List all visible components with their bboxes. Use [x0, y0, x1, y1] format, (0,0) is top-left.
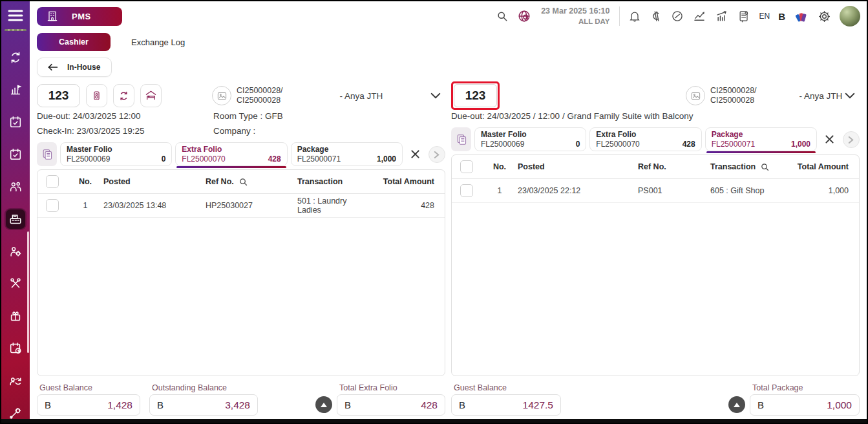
user-avatar[interactable]	[840, 6, 860, 26]
company-text: Company :	[213, 126, 255, 136]
transactions-table: No. Posted Ref No. Transaction Total Amo…	[37, 169, 445, 376]
currency-selector[interactable]: B	[778, 11, 785, 22]
guest-balance-field: Guest Balance B1,428	[37, 383, 140, 416]
table-header-row: No. Posted Ref No. Transaction Total Amo…	[37, 170, 445, 194]
window-bottom-edge	[1, 419, 867, 423]
gauge-slash-icon[interactable]	[671, 10, 684, 23]
close-icon[interactable]	[406, 142, 425, 166]
select-all-checkbox[interactable]	[460, 160, 473, 173]
right-folio-panel: 123 CI25000028/ CI25000028 - Anya JTH	[451, 83, 860, 418]
notifications-bell-icon[interactable]	[628, 10, 641, 23]
col-posted: Posted	[518, 162, 638, 171]
hotel-thumbnail[interactable]	[5, 29, 26, 31]
close-icon[interactable]	[820, 127, 840, 151]
settings-gear-icon[interactable]	[818, 10, 831, 23]
language-selector[interactable]: EN	[759, 12, 770, 21]
calendar-clock-icon[interactable]	[6, 339, 25, 358]
date-time: 23 Mar 2025 16:10	[541, 6, 609, 17]
folio-tab-package[interactable]: Package FL250000711,000	[291, 142, 403, 166]
col-total-amount: Total Amount	[780, 162, 859, 171]
guest-photo-placeholder-icon[interactable]	[686, 86, 705, 105]
cashier-icon[interactable]	[6, 209, 25, 229]
search-icon[interactable]	[496, 10, 509, 23]
chevron-right-icon[interactable]	[843, 131, 860, 148]
sidebar-scrollbar[interactable]	[27, 231, 29, 353]
folio-tab-extra[interactable]: Extra Folio FL25000070428	[589, 127, 701, 151]
staff-gear-icon[interactable]	[6, 242, 25, 261]
folio-tab-bar: Master Folio FL250000690 Extra Folio FL2…	[37, 140, 445, 166]
due-out-text: Due-out: 24/03/2025 12:00	[37, 111, 213, 121]
hamburger-menu-icon[interactable]	[7, 8, 24, 23]
search-icon[interactable]	[238, 177, 248, 187]
folio-tab-extra[interactable]: Extra Folio FL25000070428	[175, 142, 287, 166]
tab-exchange-log[interactable]: Exchange Log	[131, 37, 185, 47]
folio-tab-bar: Master Folio FL250000690 Extra Folio FL2…	[451, 125, 860, 151]
col-ref: Ref No.	[638, 162, 710, 171]
select-all-checkbox[interactable]	[46, 175, 59, 188]
outstanding-balance-field: Outstanding Balance B3,428	[149, 383, 258, 416]
col-no: No.	[482, 162, 518, 171]
arrow-left-icon	[47, 63, 58, 72]
row-checkbox[interactable]	[460, 184, 473, 197]
due-out-text: Due-out: 24/03/2025 / 12:00 / Grand Fami…	[451, 111, 693, 121]
currency-exchange-icon[interactable]	[650, 10, 662, 23]
in-house-label: In-House	[67, 63, 100, 72]
collapse-up-button[interactable]	[315, 396, 332, 413]
sidebar	[1, 1, 30, 423]
pms-button[interactable]: PMS	[37, 7, 122, 26]
col-total-amount: Total Amount	[366, 177, 445, 186]
room-number-box[interactable]: 123	[454, 84, 497, 107]
chevron-down-icon[interactable]	[844, 92, 856, 100]
col-transaction: Transaction	[710, 162, 756, 171]
calendar-check-icon-2[interactable]	[6, 145, 25, 164]
copy-folio-icon[interactable]	[451, 127, 471, 151]
module-tabs: Cashier Exchange Log	[37, 33, 867, 51]
gift-icon[interactable]	[6, 306, 25, 326]
line-chart-icon[interactable]	[692, 10, 706, 23]
col-no: No.	[67, 177, 103, 186]
hotel-icon	[46, 10, 59, 23]
room-bed-icon[interactable]	[140, 84, 162, 107]
total-package-field: Total Package B1,000	[750, 383, 860, 416]
guest-photo-placeholder-icon[interactable]	[212, 86, 231, 105]
theme-palette-icon[interactable]	[794, 9, 809, 23]
table-row[interactable]: 1 23/03/2025 22:12 PS001 605 : Gift Shop…	[452, 179, 859, 203]
refresh-room-icon[interactable]	[113, 84, 134, 107]
folio-tab-package[interactable]: Package FL250000711,000	[705, 127, 817, 151]
app-window: PMS 23 Mar 2025 16:10 ALL DAY	[0, 0, 868, 424]
bar-chart-icon[interactable]	[715, 10, 729, 23]
collapse-up-button[interactable]	[728, 396, 745, 413]
tab-cashier[interactable]: Cashier	[37, 33, 111, 51]
balance-footer: Guest Balance B1427.5 Total Package B1,0…	[451, 380, 860, 418]
balance-footer: Guest Balance B1,428 Outstanding Balance…	[37, 380, 445, 418]
sync-icon[interactable]	[6, 48, 25, 67]
keycard-icon[interactable]	[86, 84, 107, 107]
search-icon[interactable]	[760, 162, 770, 172]
folio-tab-master[interactable]: Master Folio FL250000690	[60, 142, 172, 166]
left-folio-panel: 123 CI25000028/	[37, 83, 445, 418]
calendar-check-icon[interactable]	[6, 112, 25, 132]
statistics-icon[interactable]	[6, 80, 25, 100]
row-checkbox[interactable]	[46, 199, 59, 212]
chevron-down-icon[interactable]	[430, 92, 441, 100]
col-ref: Ref No.	[206, 177, 234, 186]
transactions-table: No. Posted Ref No. Transaction Total Amo…	[451, 154, 860, 376]
in-house-back-button[interactable]: In-House	[37, 58, 112, 77]
chevron-right-icon[interactable]	[429, 146, 445, 163]
copy-folio-icon[interactable]	[37, 142, 57, 166]
check-in-text: Check-In: 23/03/2025 19:25	[37, 126, 213, 136]
total-extra-folio-field: Total Extra Folio B428	[337, 383, 445, 416]
room-number-box[interactable]: 123	[37, 84, 80, 107]
report-document-icon[interactable]	[737, 9, 750, 23]
globe-icon[interactable]	[517, 9, 531, 23]
person-sync-icon[interactable]	[6, 371, 25, 390]
col-posted: Posted	[103, 177, 206, 186]
confirmation-numbers: CI25000028/ CI25000028	[237, 86, 283, 105]
folio-tab-master[interactable]: Master Folio FL250000690	[474, 127, 586, 151]
guest-balance-field: Guest Balance B1427.5	[451, 383, 561, 416]
tools-icon[interactable]	[6, 274, 25, 293]
room-type-text: Room Type : GFB	[213, 111, 283, 121]
top-bar: PMS 23 Mar 2025 16:10 ALL DAY	[30, 1, 867, 31]
guests-icon[interactable]	[6, 177, 25, 196]
table-row[interactable]: 1 23/03/2025 13:48 HP25030027 501 : Laun…	[37, 194, 445, 218]
